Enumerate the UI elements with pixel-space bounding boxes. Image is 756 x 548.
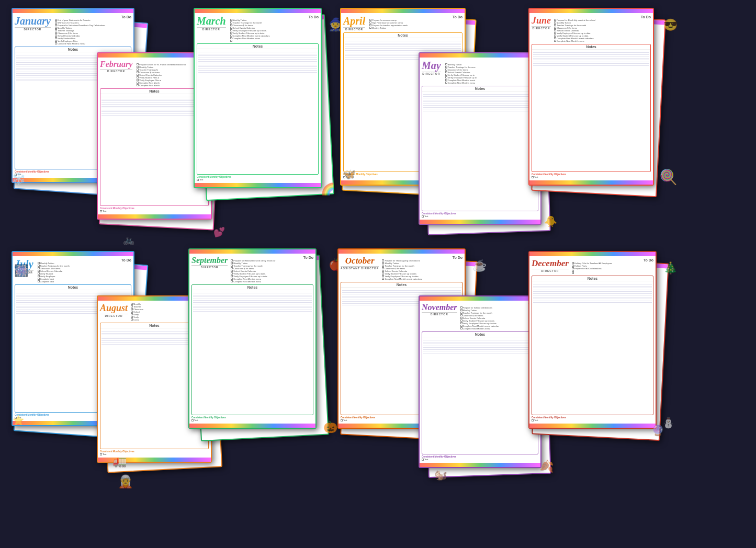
february-obj-title: Consistent Monthly Objectives — [100, 206, 209, 210]
december-stack: December DIRECTOR To Do Holiday Gifts fo… — [528, 251, 675, 447]
november-deco-leaf-icon: 🍂 — [539, 460, 554, 473]
december-todo-title: To Do — [572, 258, 653, 262]
november-director: DIRECTOR — [422, 312, 457, 316]
november-obj-title: Consistent Monthly Objectives — [422, 454, 538, 458]
june-title: June — [532, 15, 551, 26]
march-notes-label: Notes — [197, 44, 318, 49]
november-title: November — [422, 303, 457, 312]
september-deco-pumpkin-icon: 🎃 — [323, 420, 337, 434]
january-director: DIRECTOR — [15, 27, 51, 31]
february-director: DIRECTOR — [100, 69, 132, 73]
june-director: DIRECTOR — [532, 26, 551, 30]
september-stack: September DIRECTOR To Do Prepare for Hal… — [188, 248, 340, 455]
april-todo-title: To Do — [369, 15, 462, 19]
january-notes-label: Notes — [15, 47, 131, 52]
november-notes-label: Notes — [422, 332, 538, 337]
may-director: DIRECTOR — [422, 72, 441, 75]
july-deco-firework-icon: 🎆 — [14, 264, 28, 278]
june-obj-title: Consistent Monthly Objectives — [532, 172, 651, 176]
main-container: January DIRECTOR To Do End of year State… — [0, 0, 756, 548]
march-title: March — [197, 15, 226, 27]
june-stack: June DIRECTOR To Do Prepare for 4th of J… — [528, 8, 672, 201]
june-front-page: June DIRECTOR To Do Prepare for 4th of J… — [528, 8, 654, 186]
june-todo-title: To Do — [554, 15, 651, 19]
may-deco-chick-icon: 🐥 — [544, 215, 557, 227]
july-deco-star-icon: ⭐ — [13, 415, 24, 426]
april-notes-label: Notes — [344, 33, 462, 38]
august-director: DIRECTOR — [100, 314, 128, 317]
december-title: December — [532, 258, 569, 269]
february-deco-heart-icon: 💕 — [213, 226, 225, 238]
august-deco-gnome-icon: 🧝 — [118, 474, 133, 489]
december-front-page: December DIRECTOR To Do Holiday Gifts fo… — [528, 251, 657, 429]
april-title: April — [343, 15, 365, 27]
july-todo-title: To Do — [38, 258, 131, 262]
october-notes-label: Notes — [341, 282, 462, 288]
february-title: February — [100, 60, 132, 69]
march-obj-title: Consistent Monthly Objectives — [197, 175, 319, 178]
january-title: January — [15, 15, 51, 27]
october-deco-coffee-icon: ☕ — [472, 259, 487, 272]
october-director: ASSISTANT DIRECTOR — [341, 266, 379, 270]
november-todo-9: Complete Next Month's menu — [460, 327, 538, 330]
june-obj-item: Text — [532, 176, 651, 178]
november-deco-squirrel-icon: 🐿️ — [434, 469, 447, 481]
january-deco-icon: ❄️ — [12, 172, 26, 186]
august-title: August — [100, 303, 128, 314]
september-notes-label: Notes — [192, 285, 313, 290]
december-director: DIRECTOR — [532, 269, 569, 272]
february-deco-bike-icon: 🚲 — [123, 234, 134, 246]
april-todo-4: Monthly Tuition — [369, 27, 462, 29]
march-deco-rainbow-icon: 🌈 — [321, 182, 335, 196]
september-todo-9: Complete Next Month's menu — [231, 280, 313, 283]
february-notes-label: Notes — [100, 89, 208, 94]
june-deco-sunglasses-icon: 😎 — [663, 18, 678, 32]
march-front-page: March DIRECTOR To Do Monthly Tuition Tea… — [194, 8, 322, 188]
february-obj-item: Text — [100, 210, 209, 212]
may-obj-title: Consistent Monthly Objectives — [422, 211, 538, 215]
september-director: DIRECTOR — [191, 265, 228, 269]
april-deco-butterfly-icon: 🦋 — [343, 168, 356, 180]
july-todo-8: Complete Next — [38, 280, 131, 283]
december-todo-5 — [572, 272, 653, 274]
june-notes-label: Notes — [532, 44, 650, 50]
september-todo-title: To Do — [231, 256, 313, 259]
may-notes-label: Notes — [422, 86, 538, 92]
may-obj-item: Text — [422, 215, 538, 218]
january-todo-10: Complete Next Month's menu — [55, 42, 131, 45]
december-deco-tree-icon: 🎄 — [663, 261, 678, 275]
september-obj-title: Consistent Monthly Objectives — [191, 415, 313, 419]
october-title: October — [345, 256, 375, 266]
march-todo-title: To Do — [230, 15, 319, 19]
september-front-page: September DIRECTOR To Do Prepare for Hal… — [188, 248, 317, 429]
january-todo-title: To Do — [55, 15, 131, 19]
march-stack: March DIRECTOR To Do Monthly Tuition Tea… — [194, 8, 340, 212]
november-front-page: November DIRECTOR To Do Prepare for holi… — [419, 295, 541, 468]
november-obj-item: Text — [422, 458, 538, 461]
december-obj-title: Consistent Monthly Objectives — [532, 415, 653, 419]
december-notes-label: Notes — [532, 276, 653, 281]
april-director: DIRECTOR — [343, 27, 365, 31]
december-deco-ornament-icon: 🔮 — [651, 424, 664, 437]
may-todo-title: To Do — [445, 60, 538, 63]
june-deco-popsicle-icon: 🍭 — [659, 168, 678, 186]
march-director: DIRECTOR — [197, 27, 226, 31]
may-todo-8: Complete Next Month's menu — [445, 82, 538, 84]
september-title: September — [191, 256, 228, 265]
march-obj-item: Text — [197, 178, 319, 181]
july-notes-label: Notes — [15, 285, 131, 290]
december-obj-item: Text — [532, 419, 653, 421]
october-todo-8: Complete Next Month's event calendars — [382, 278, 462, 280]
september-obj-item: Text — [191, 419, 313, 421]
may-front-page: May DIRECTOR To Do Monthly Tuition Teach… — [419, 52, 541, 225]
november-todo-title: To Do — [460, 303, 538, 306]
may-title: May — [422, 60, 441, 72]
june-todo-9: Complete Next Month's menu — [554, 40, 651, 42]
august-deco-truck-icon: 🚛 — [112, 454, 127, 468]
october-todo-title: To Do — [382, 256, 462, 259]
march-todo-9 — [230, 40, 319, 42]
